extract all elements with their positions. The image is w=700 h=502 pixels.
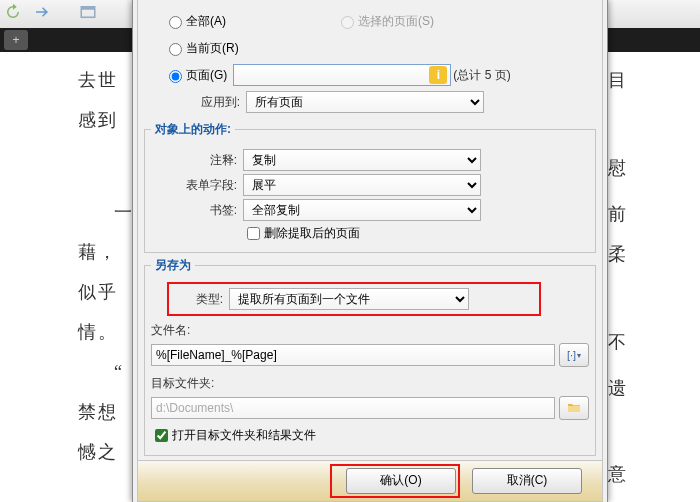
saveas-group: 另存为 类型: 提取所有页面到一个文件 文件名: [·]▾ 目标文件夹:: [144, 257, 596, 456]
form-label: 表单字段:: [151, 177, 243, 194]
highlight-type-box: 类型: 提取所有页面到一个文件: [167, 282, 541, 316]
anno-select[interactable]: 复制: [243, 149, 481, 171]
forward-icon[interactable]: [33, 3, 51, 21]
apply-to-label: 应用到:: [144, 94, 246, 111]
svg-rect-1: [81, 7, 95, 10]
pages-input[interactable]: [233, 64, 451, 86]
total-pages-label: (总计 5 页): [453, 67, 510, 84]
radio-all[interactable]: 全部(A): [164, 9, 226, 33]
reload-icon[interactable]: [4, 3, 22, 21]
radio-selected: 选择的页面(S): [336, 9, 434, 33]
type-label: 类型:: [173, 291, 229, 308]
bookmark-select[interactable]: 全部复制: [243, 199, 481, 221]
radio-current[interactable]: 当前页(R): [164, 36, 239, 60]
actions-group: 对象上的动作: 注释: 复制 表单字段: 展平 书签: 全部复制 删除提取后的页…: [144, 121, 596, 253]
filename-macro-button[interactable]: [·]▾: [559, 343, 589, 367]
filename-input[interactable]: [151, 344, 555, 366]
fname-label: 文件名:: [151, 322, 217, 339]
highlight-ok-box: 确认(O): [330, 464, 460, 498]
window-icon[interactable]: [79, 3, 97, 21]
saveas-legend: 另存为: [151, 257, 195, 274]
actions-legend: 对象上的动作:: [151, 121, 235, 138]
apply-to-select[interactable]: 所有页面: [246, 91, 484, 113]
new-tab-button[interactable]: +: [4, 30, 28, 50]
open-folder-checkbox[interactable]: 打开目标文件夹和结果文件: [151, 426, 316, 445]
extract-pages-dialog: 全部(A) 选择的页面(S) 当前页(R) 页面(G) i (总计 5 页) 应…: [132, 0, 608, 502]
info-icon[interactable]: i: [429, 66, 447, 84]
radio-pages[interactable]: 页面(G): [164, 63, 227, 87]
browse-folder-button[interactable]: [559, 396, 589, 420]
folder-icon: [566, 400, 582, 416]
ok-button[interactable]: 确认(O): [346, 468, 456, 494]
folder-input[interactable]: [151, 397, 555, 419]
folder-label: 目标文件夹:: [151, 375, 241, 392]
dialog-footer: 确认(O) 取消(C): [138, 460, 602, 501]
delete-after-checkbox[interactable]: 删除提取后的页面: [243, 224, 360, 243]
anno-label: 注释:: [151, 152, 243, 169]
type-select[interactable]: 提取所有页面到一个文件: [229, 288, 469, 310]
form-select[interactable]: 展平: [243, 174, 481, 196]
bookmark-label: 书签:: [151, 202, 243, 219]
cancel-button[interactable]: 取消(C): [472, 468, 582, 494]
